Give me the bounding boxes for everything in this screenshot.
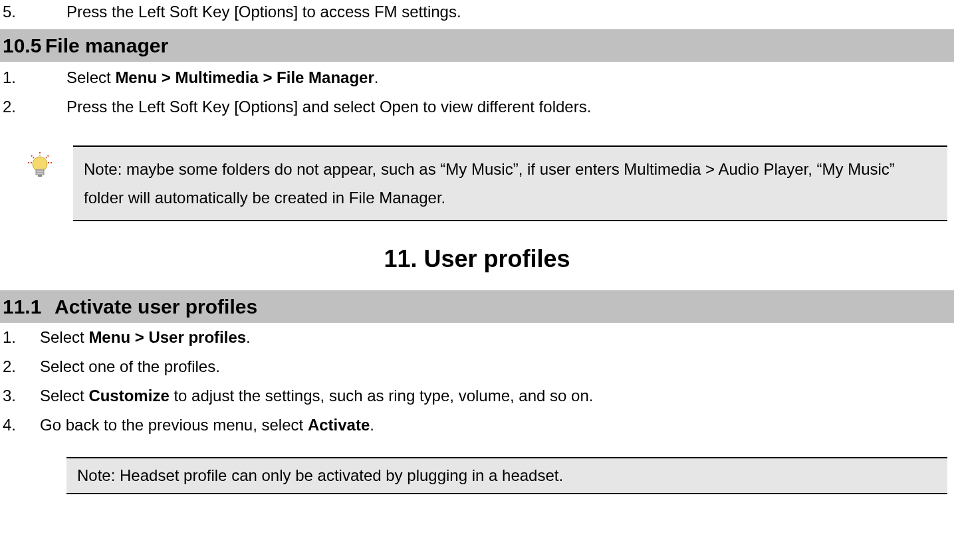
step-number: 3.	[0, 384, 40, 408]
step-item: 4. Go back to the previous menu, select …	[0, 413, 954, 437]
step-item: 1. Select Menu > Multimedia > File Manag…	[0, 66, 954, 90]
section-number: 10.5	[3, 31, 45, 60]
section-title: File manager	[45, 31, 168, 60]
step-number: 2.	[0, 95, 66, 119]
step-text: Press the Left Soft Key [Options] to acc…	[66, 0, 954, 24]
section-number: 11.1	[3, 292, 55, 322]
step-item: 1. Select Menu > User profiles.	[0, 326, 954, 349]
section-heading-10-5: 10.5 File manager	[0, 29, 954, 62]
step-number: 2.	[0, 355, 40, 379]
section-heading-11-1: 11.1 Activate user profiles	[0, 290, 954, 323]
step-text: Select Menu > User profiles.	[40, 326, 954, 349]
step-text: Select one of the profiles.	[40, 355, 954, 379]
svg-rect-8	[38, 175, 42, 177]
svg-line-4	[46, 155, 49, 158]
step-number: 1.	[0, 66, 66, 90]
step-item: 3. Select Customize to adjust the settin…	[0, 384, 954, 408]
step-item: 2. Select one of the profiles.	[0, 355, 954, 379]
step-item: 5. Press the Left Soft Key [Options] to …	[0, 0, 954, 24]
step-text: Go back to the previous menu, select Act…	[40, 413, 954, 437]
step-number: 4.	[0, 413, 40, 437]
step-item: 2. Press the Left Soft Key [Options] and…	[0, 95, 954, 119]
step-number: 5.	[0, 0, 66, 24]
step-text: Press the Left Soft Key [Options] and se…	[66, 95, 954, 119]
note-block: Note: Headset profile can only be activa…	[66, 457, 947, 494]
step-text: Select Menu > Multimedia > File Manager.	[66, 66, 954, 90]
svg-line-3	[31, 155, 34, 158]
step-text: Select Customize to adjust the settings,…	[40, 384, 954, 408]
note-text: Note: Headset profile can only be activa…	[66, 457, 947, 494]
step-number: 1.	[0, 326, 40, 349]
chapter-title: 11. User profiles	[0, 241, 954, 277]
note-block: Note: maybe some folders do not appear, …	[7, 145, 947, 221]
note-text: Note: maybe some folders do not appear, …	[73, 145, 947, 221]
section-title: Activate user profiles	[55, 292, 257, 322]
lightbulb-icon	[7, 145, 73, 183]
